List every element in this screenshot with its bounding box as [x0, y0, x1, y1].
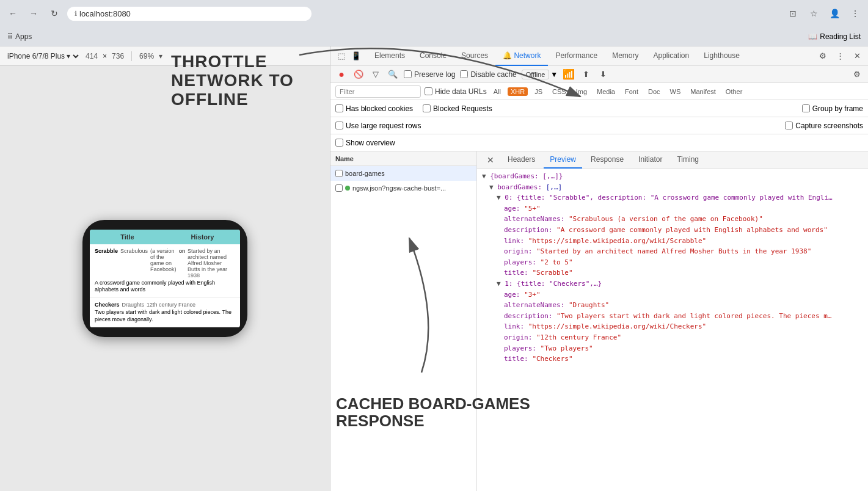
back-button[interactable]: ←	[5, 5, 21, 21]
tab-network[interactable]: 🔔 Network	[495, 46, 548, 66]
device-model-select[interactable]: iPhone 6/7/8 Plus ▾	[5, 51, 81, 61]
name-column-header: Name	[335, 155, 354, 162]
new-tab-icon[interactable]: ⊡	[785, 5, 801, 21]
filter-css-btn[interactable]: CSS	[549, 87, 569, 96]
filter-xhr-btn[interactable]: XHR	[508, 87, 528, 96]
devtools-icon-buttons: ⬚ 📱	[335, 50, 362, 62]
game2-title: Checkers	[95, 302, 120, 308]
request-checkbox-board-games[interactable]	[335, 170, 343, 177]
response-tab-preview[interactable]: Preview	[544, 151, 582, 169]
device-mode-icon[interactable]: 📱	[350, 50, 362, 62]
close-devtools-icon[interactable]: ✕	[851, 50, 863, 62]
filter-all-btn[interactable]: All	[491, 87, 504, 96]
blocked-requests-group: Blocked Requests	[423, 104, 492, 113]
disable-cache-group: Disable cache	[460, 70, 516, 79]
bookmarks-bar: ⠿ Apps 📖 Reading List	[0, 27, 868, 46]
apps-button[interactable]: ⠿ Apps	[7, 32, 32, 41]
show-overview-group: Show overview	[335, 139, 395, 147]
reading-list-label: Reading List	[820, 32, 861, 41]
request-name-ngsw: ngsw.json?ngsw-cache-bust=...	[352, 184, 446, 192]
bookmark-star-icon[interactable]: ☆	[806, 5, 822, 21]
disable-cache-checkbox[interactable]	[460, 70, 468, 78]
json-line-13: description: "Two players start with dar…	[482, 311, 863, 322]
tab-memory[interactable]: Memory	[605, 46, 646, 66]
requests-list: Name board-games ngsw.json?ngsw-cache-bu…	[330, 151, 477, 491]
filter-ws-btn[interactable]: WS	[667, 87, 684, 96]
tab-console[interactable]: Console	[412, 46, 454, 66]
search-icon[interactable]: 🔍	[387, 68, 399, 81]
offline-dropdown[interactable]: Offline ▼	[522, 70, 558, 79]
filter-other-btn[interactable]: Other	[723, 87, 746, 96]
request-checkbox-ngsw[interactable]	[335, 184, 343, 192]
game1-title: Scrabble	[95, 248, 118, 278]
hide-data-urls-group: Hide data URLs	[425, 87, 487, 96]
request-item-ngsw[interactable]: ngsw.json?ngsw-cache-bust=...	[330, 181, 476, 195]
wifi-throttle-icon[interactable]: 📶	[563, 68, 575, 81]
json-line-7: origin: "Started by an architect named A…	[482, 246, 863, 257]
tab-lighthouse[interactable]: Lighthouse	[696, 46, 747, 66]
group-by-frame-group: Group by frame	[802, 104, 863, 113]
json-line-6: link: "https://simple.wikipedia.org/wiki…	[482, 236, 863, 247]
json-line-5: description: "A crossword game commonly …	[482, 225, 863, 236]
inspect-icon[interactable]: ⬚	[335, 50, 348, 62]
has-blocked-cookies-checkbox[interactable]	[335, 104, 343, 112]
device-width: 414	[86, 52, 98, 60]
game1-history: Started by an architect named Alfred Mos…	[188, 248, 235, 278]
group-by-frame-checkbox[interactable]	[802, 104, 810, 112]
filter-img-btn[interactable]: Img	[573, 87, 590, 96]
tab-sources[interactable]: Sources	[454, 46, 495, 66]
address-bar[interactable]: ℹ localhost:8080	[67, 7, 312, 21]
response-tab-initiator[interactable]: Initiator	[632, 151, 668, 169]
response-tab-response[interactable]: Response	[585, 151, 630, 169]
tab-performance[interactable]: Performance	[548, 46, 605, 66]
grid-icon: ⠿	[7, 32, 13, 41]
capture-screenshots-label: Capture screenshots	[795, 122, 863, 130]
network-toolbar-3c: Show overview	[330, 134, 868, 151]
blocked-requests-checkbox[interactable]	[423, 104, 431, 112]
offline-chevron-icon: ▼	[550, 70, 558, 79]
use-large-rows-group: Use large request rows	[335, 122, 421, 130]
menu-icon[interactable]: ⋮	[847, 5, 863, 21]
record-button[interactable]: ●	[335, 68, 348, 81]
close-response-panel-btn[interactable]: ✕	[482, 155, 499, 165]
response-tab-headers[interactable]: Headers	[501, 151, 541, 169]
hide-data-urls-checkbox[interactable]	[425, 87, 432, 95]
filter-icon[interactable]: ▽	[370, 68, 382, 81]
request-list-header: Name	[330, 151, 476, 166]
use-large-rows-checkbox[interactable]	[335, 122, 343, 129]
reading-list-area[interactable]: 📖 Reading List	[808, 32, 861, 41]
response-tabs-bar: ✕ Headers Preview Response Initiator Tim…	[477, 151, 868, 169]
game2-info-row: Checkers Draughts 12th century France	[95, 302, 235, 308]
import-icon[interactable]: ⬆	[580, 68, 592, 81]
clear-button[interactable]: 🚫	[352, 68, 365, 81]
request-name-board-games: board-games	[345, 170, 385, 177]
offline-badge[interactable]: Offline	[522, 70, 550, 79]
devtools-menu-icon[interactable]: ⋮	[834, 50, 846, 62]
json-line-14: link: "https://simple.wikipedia.org/wiki…	[482, 321, 863, 332]
game1-info-row: Scrabble Scrabulous (a version of the ga…	[95, 248, 235, 278]
preserve-log-checkbox[interactable]	[404, 70, 412, 78]
toolbar-right: ⊡ ☆ 👤 ⋮	[785, 5, 863, 21]
filter-input[interactable]	[335, 85, 421, 98]
filter-doc-btn[interactable]: Doc	[645, 87, 663, 96]
tab-elements[interactable]: Elements	[367, 46, 412, 66]
tab-application[interactable]: Application	[646, 46, 696, 66]
filter-font-btn[interactable]: Font	[622, 87, 641, 96]
capture-screenshots-checkbox[interactable]	[785, 122, 793, 129]
response-tab-timing[interactable]: Timing	[671, 151, 705, 169]
size-x: ×	[103, 52, 107, 60]
user-icon[interactable]: 👤	[826, 5, 842, 21]
request-item-board-games[interactable]: board-games	[330, 166, 476, 181]
reading-list-icon: 📖	[808, 32, 817, 41]
export-icon[interactable]: ⬇	[597, 68, 609, 81]
forward-button[interactable]: →	[26, 5, 42, 21]
show-overview-checkbox[interactable]	[335, 139, 343, 147]
filter-manifest-btn[interactable]: Manifest	[687, 87, 719, 96]
filter-js-btn[interactable]: JS	[531, 87, 545, 96]
settings-gear-icon[interactable]: ⚙	[851, 68, 863, 81]
refresh-button[interactable]: ↻	[46, 5, 62, 21]
json-line-10: ▼ 1: {title: "Checkers",…}	[482, 278, 863, 289]
filter-media-btn[interactable]: Media	[594, 87, 618, 96]
network-toolbar-1: ● 🚫 ▽ 🔍 Preserve log Disable cache Offli…	[330, 66, 868, 83]
settings-icon[interactable]: ⚙	[817, 50, 829, 62]
